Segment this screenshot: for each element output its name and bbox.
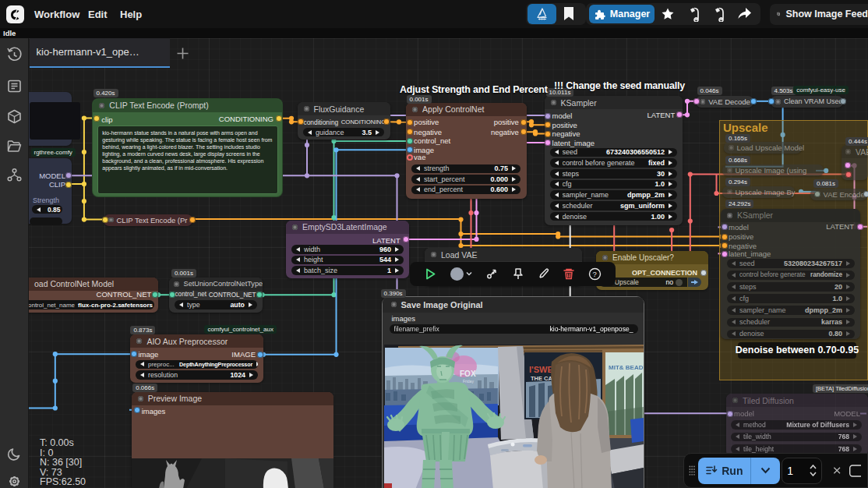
svg-text:Friday: Friday (463, 379, 474, 384)
svg-text:FOX: FOX (460, 370, 476, 378)
svg-text:MIT& BEADY: MIT& BEADY (609, 364, 644, 371)
svg-text:?: ? (592, 270, 596, 278)
